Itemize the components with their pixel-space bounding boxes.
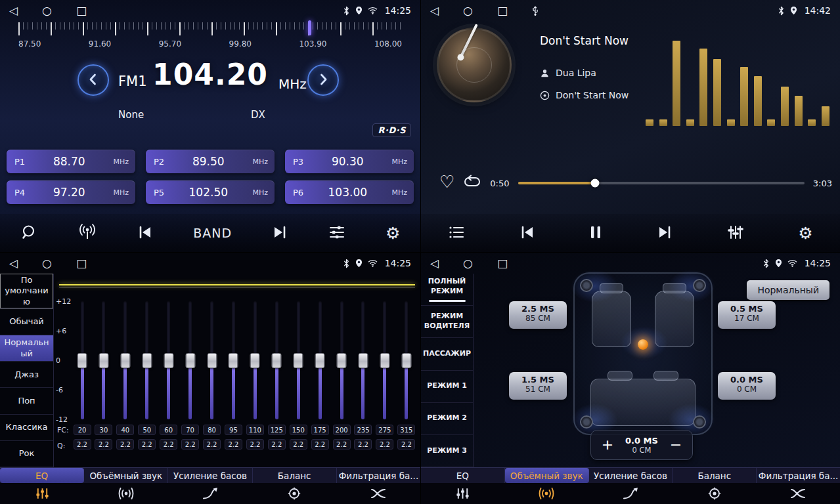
eq-band-thumb[interactable] bbox=[164, 353, 173, 368]
listening-mode-3[interactable]: ПАССАЖИР bbox=[421, 338, 473, 370]
eq-band-thumb[interactable] bbox=[337, 353, 347, 368]
listening-mode-1[interactable]: ПОЛНЫЙ РЕЖИМ bbox=[421, 274, 473, 306]
home-icon[interactable]: ○ bbox=[463, 5, 473, 16]
broadcast-button[interactable] bbox=[77, 224, 97, 243]
eq-preset-item-7[interactable]: Рок bbox=[0, 441, 53, 467]
eq-band-slider[interactable] bbox=[81, 301, 84, 419]
album-art[interactable] bbox=[437, 28, 512, 102]
tab-eq-sliders[interactable]: EQ bbox=[0, 468, 84, 483]
front-right-delay-pad[interactable]: 0.5 MS 17 CM bbox=[718, 301, 776, 329]
eq-band-slider[interactable] bbox=[210, 301, 213, 419]
tab-eq-sliders[interactable]: EQ bbox=[421, 468, 505, 483]
scan-button[interactable] bbox=[20, 224, 37, 243]
eq-preset-item-5[interactable]: Поп bbox=[0, 388, 53, 414]
delay-increase-button[interactable]: + bbox=[599, 438, 616, 452]
preset-p6[interactable]: P6103.00MHz bbox=[285, 180, 414, 204]
eq-preset-item-4[interactable]: Джаз bbox=[0, 362, 53, 388]
home-icon[interactable]: ○ bbox=[42, 258, 52, 269]
crossover-filter-icon[interactable] bbox=[756, 483, 840, 504]
preset-p1[interactable]: P188.70MHz bbox=[7, 150, 135, 173]
home-icon[interactable]: ○ bbox=[463, 258, 473, 269]
delay-decrease-button[interactable]: − bbox=[667, 438, 684, 452]
eq-band-slider[interactable] bbox=[123, 301, 127, 419]
playlist-button[interactable] bbox=[448, 225, 465, 242]
bass-boost-icon[interactable] bbox=[168, 483, 252, 504]
tab-bass-boost[interactable]: Усиление басов bbox=[589, 468, 673, 483]
next-station-button[interactable] bbox=[272, 225, 288, 242]
eq-band-thumb[interactable] bbox=[250, 353, 260, 368]
eq-band-thumb[interactable] bbox=[77, 353, 87, 368]
eq-band-slider[interactable] bbox=[167, 301, 170, 419]
tab-balance[interactable]: Баланс bbox=[673, 468, 757, 483]
settings-button[interactable]: ⚙ bbox=[798, 225, 812, 242]
eq-band-slider[interactable] bbox=[297, 301, 300, 419]
eq-band-slider[interactable] bbox=[145, 301, 148, 419]
seek-thumb[interactable] bbox=[591, 179, 600, 188]
settings-button[interactable]: ⚙ bbox=[386, 225, 400, 242]
recents-icon[interactable]: □ bbox=[76, 258, 87, 269]
preset-p5[interactable]: P5102.50MHz bbox=[146, 180, 275, 204]
eq-sliders-icon[interactable] bbox=[0, 483, 84, 504]
eq-band-slider[interactable] bbox=[405, 301, 408, 419]
eq-band-thumb[interactable] bbox=[120, 353, 130, 368]
eq-band-slider[interactable] bbox=[383, 301, 386, 419]
bass-boost-icon[interactable] bbox=[588, 483, 673, 504]
tune-up-button[interactable] bbox=[307, 64, 339, 96]
eq-band-slider[interactable] bbox=[254, 301, 257, 419]
next-track-button[interactable] bbox=[657, 225, 673, 242]
eq-band-slider[interactable] bbox=[340, 301, 343, 419]
eq-preset-item-3[interactable]: Нормальный bbox=[0, 335, 53, 362]
eq-band-slider[interactable] bbox=[319, 301, 322, 419]
eq-band-thumb[interactable] bbox=[380, 353, 389, 368]
surround-sound-icon[interactable] bbox=[505, 483, 589, 504]
favorite-button[interactable]: ♡ bbox=[439, 173, 454, 190]
listening-mode-5[interactable]: РЕЖИМ 2 bbox=[421, 403, 473, 435]
listening-mode-6[interactable]: РЕЖИМ 3 bbox=[421, 435, 473, 467]
eq-band-thumb[interactable] bbox=[315, 353, 325, 368]
tune-down-button[interactable] bbox=[77, 64, 109, 96]
recents-icon[interactable]: □ bbox=[497, 5, 508, 16]
preset-p3[interactable]: P390.30MHz bbox=[285, 150, 414, 173]
eq-preset-item-2[interactable]: Обычай bbox=[0, 309, 53, 335]
eq-band-thumb[interactable] bbox=[294, 353, 303, 368]
band-button[interactable]: BAND bbox=[193, 226, 232, 240]
eq-band-thumb[interactable] bbox=[207, 353, 217, 368]
eq-band-thumb[interactable] bbox=[401, 353, 411, 368]
eq-band-thumb[interactable] bbox=[99, 353, 108, 368]
preset-p4[interactable]: P497.20MHz bbox=[7, 180, 135, 204]
eq-sliders-icon[interactable] bbox=[421, 483, 505, 504]
audio-settings-button[interactable] bbox=[727, 224, 744, 242]
tab-crossover-filter[interactable]: Фильтрация ба... bbox=[337, 468, 420, 483]
pause-button[interactable] bbox=[589, 224, 602, 242]
eq-band-slider[interactable] bbox=[232, 301, 235, 419]
frequency-scale[interactable]: 87.5091.6095.7099.80103.90108.00 bbox=[18, 22, 402, 54]
listening-position-dot[interactable] bbox=[638, 339, 648, 350]
prev-track-button[interactable] bbox=[519, 225, 535, 242]
eq-band-thumb[interactable] bbox=[185, 353, 195, 368]
eq-band-thumb[interactable] bbox=[142, 353, 152, 368]
seek-bar[interactable] bbox=[518, 182, 805, 184]
back-icon[interactable]: ◁ bbox=[430, 258, 439, 269]
listening-mode-2[interactable]: РЕЖИМ ВОДИТЕЛЯ bbox=[421, 306, 473, 338]
rear-left-delay-pad[interactable]: 1.5 MS 51 CM bbox=[509, 372, 567, 400]
back-icon[interactable]: ◁ bbox=[430, 5, 439, 16]
tab-bass-boost[interactable]: Усиление басов bbox=[168, 468, 252, 483]
balance-icon[interactable] bbox=[252, 483, 336, 504]
eq-band-thumb[interactable] bbox=[229, 353, 238, 368]
front-left-delay-pad[interactable]: 2.5 MS 85 CM bbox=[509, 301, 567, 329]
rear-right-delay-pad[interactable]: 0.0 MS 0 CM bbox=[718, 372, 776, 400]
repeat-button[interactable] bbox=[463, 175, 481, 192]
listening-mode-4[interactable]: РЕЖИМ 1 bbox=[421, 371, 473, 403]
tab-crossover-filter[interactable]: Фильтрация ба... bbox=[757, 468, 840, 483]
eq-band-slider[interactable] bbox=[275, 301, 278, 419]
back-icon[interactable]: ◁ bbox=[9, 5, 18, 16]
balance-icon[interactable] bbox=[673, 483, 757, 504]
eq-band-thumb[interactable] bbox=[358, 353, 368, 368]
tab-surround-sound[interactable]: Объёмный звук bbox=[505, 468, 589, 483]
recents-icon[interactable]: □ bbox=[497, 258, 508, 269]
preset-p2[interactable]: P289.50MHz bbox=[146, 150, 275, 173]
audio-settings-button[interactable] bbox=[328, 224, 345, 242]
sound-preset-button[interactable]: Нормальный bbox=[747, 280, 829, 300]
tab-balance[interactable]: Баланс bbox=[253, 468, 337, 483]
eq-preset-item-6[interactable]: Классика bbox=[0, 415, 53, 441]
